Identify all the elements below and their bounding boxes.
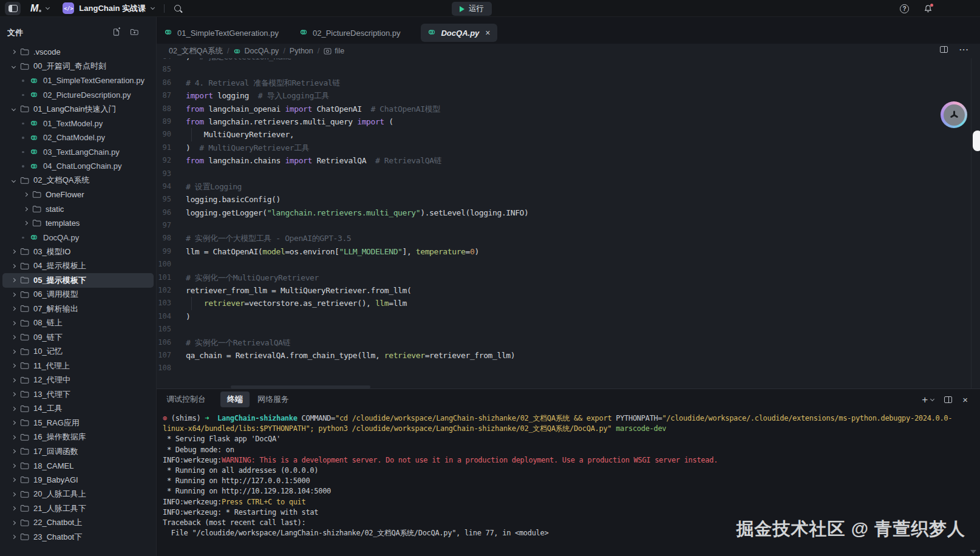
tree-folder-04_提示模板上[interactable]: 04_提示模板上 — [2, 259, 154, 274]
code-line-87[interactable]: 87import logging # 导入Logging工具 — [157, 89, 980, 102]
toggle-sidebar-button[interactable] — [5, 2, 21, 15]
help-icon[interactable]: ? — [900, 4, 909, 13]
tab-network[interactable]: 网络服务 — [257, 394, 289, 405]
tree-folder-03_模型IO[interactable]: 03_模型IO — [2, 245, 154, 259]
close-tab-icon[interactable]: × — [485, 28, 490, 38]
tree-folder-05_提示模板下[interactable]: 05_提示模板下 — [2, 273, 154, 288]
breadcrumb-language[interactable]: Python — [290, 47, 313, 55]
new-terminal-button[interactable]: + — [922, 395, 934, 405]
code-line-102[interactable]: 102retriever_from_llm = MultiQueryRetrie… — [157, 284, 980, 297]
code-line-106[interactable]: 106# 实例化一个RetrievalQA链 — [157, 336, 980, 349]
tree-folder-02_文档QA系统[interactable]: 02_文档QA系统 — [2, 174, 154, 188]
breadcrumb-folder[interactable]: 02_文档QA系统 — [169, 46, 223, 56]
tree-folder-10_记忆[interactable]: 10_记忆 — [2, 345, 154, 359]
line-number: 99 — [157, 245, 186, 258]
code-line-93[interactable]: 93 — [157, 168, 980, 180]
code-line-105[interactable]: 105 — [157, 323, 980, 336]
chevron-down-icon[interactable] — [46, 5, 50, 9]
tree-folder-07_解析输出[interactable]: 07_解析输出 — [2, 302, 154, 316]
code-line-85[interactable]: 85 — [157, 63, 980, 76]
tree-folder-15_RAG应用[interactable]: 15_RAG应用 — [2, 416, 154, 430]
more-actions-icon[interactable]: ··· — [959, 45, 969, 54]
editor-tab-02_PictureDescription.py[interactable]: 02_PictureDescription.py — [299, 24, 401, 42]
chevron-down-icon[interactable] — [151, 5, 155, 9]
chevron-right-icon — [11, 506, 15, 510]
code-line-99[interactable]: 99llm = ChatOpenAI(model=os.environ["LLM… — [157, 245, 980, 258]
tree-folder-14_工具[interactable]: 14_工具 — [2, 402, 154, 416]
search-icon[interactable] — [174, 5, 181, 12]
code-line-84[interactable]: 84) # 指定collection_name — [157, 58, 980, 63]
code-editor[interactable]: 84) # 指定collection_name8586# 4. Retrieva… — [157, 58, 980, 388]
code-line-90[interactable]: 90 MultiQueryRetriever, — [157, 128, 980, 141]
split-terminal-icon[interactable] — [944, 396, 952, 403]
tab-terminal[interactable]: 终端 — [220, 392, 250, 407]
code-line-96[interactable]: 96logging.getLogger("langchain.retriever… — [157, 206, 980, 219]
tree-folder-23_Chatbot下[interactable]: 23_Chatbot下 — [2, 530, 154, 544]
terminal-line-3: * Serving Flask app 'DocQA' — [163, 434, 974, 444]
code-line-86[interactable]: 86# 4. Retrieval 准备模型和Retrieval链 — [157, 76, 980, 89]
tab-debug-console[interactable]: 调试控制台 — [166, 394, 206, 405]
tree-folder-.vscode[interactable]: .vscode — [2, 45, 154, 59]
workspace-title[interactable]: LangChain 实战课 — [79, 3, 146, 14]
tree-file-03_TextLangChain.py[interactable]: 03_TextLangChain.py — [2, 145, 154, 160]
tree-file-02_ChatModel.py[interactable]: 02_ChatModel.py — [2, 131, 154, 145]
folder-icon — [20, 262, 29, 271]
code-text: from langchain.chains import RetrievalQA… — [186, 154, 441, 167]
tree-file-02_PictureDescription.py[interactable]: 02_PictureDescription.py — [2, 88, 154, 103]
notifications-bell-icon[interactable] — [924, 4, 933, 13]
ai-assistant-button[interactable] — [941, 101, 967, 128]
tree-folder-21_人脉工具下[interactable]: 21_人脉工具下 — [2, 501, 154, 516]
editor-tab-DocQA.py[interactable]: DocQA.py× — [421, 24, 497, 42]
tree-folder-18_CAMEL[interactable]: 18_CAMEL — [2, 459, 154, 473]
code-line-98[interactable]: 98# 实例化一个大模型工具 - OpenAI的GPT-3.5 — [157, 232, 980, 245]
code-line-89[interactable]: 89from langchain.retrievers.multi_query … — [157, 115, 980, 128]
editor-tab-01_SimpleTextGeneration.py[interactable]: 01_SimpleTextGeneration.py — [164, 24, 279, 42]
tree-file-DocQA.py[interactable]: DocQA.py — [2, 231, 154, 245]
scrollbar-thumb[interactable] — [973, 131, 980, 151]
code-line-104[interactable]: 104) — [157, 310, 980, 323]
breadcrumb-file[interactable]: DocQA.py — [233, 47, 279, 55]
code-line-108[interactable]: 108 — [157, 362, 980, 375]
tree-folder-static[interactable]: static — [2, 202, 154, 217]
new-file-icon[interactable] — [112, 27, 121, 39]
tree-folder-11_代理上[interactable]: 11_代理上 — [2, 359, 154, 373]
line-number: 100 — [157, 258, 186, 271]
tree-folder-16_操作数据库[interactable]: 16_操作数据库 — [2, 430, 154, 445]
plus-icon: + — [922, 395, 928, 405]
line-number: 98 — [157, 232, 186, 245]
code-line-91[interactable]: 91) # MultiQueryRetriever工具 — [157, 141, 980, 154]
split-editor-icon[interactable] — [940, 46, 948, 53]
tree-folder-00_开篇词_奇点时刻[interactable]: 00_开篇词_奇点时刻 — [2, 59, 154, 74]
tree-folder-OneFlower[interactable]: OneFlower — [2, 188, 154, 202]
tree-file-01_TextModel.py[interactable]: 01_TextModel.py — [2, 117, 154, 131]
code-line-88[interactable]: 88from langchain_openai import ChatOpenA… — [157, 103, 980, 115]
tree-item-label: 02_PictureDescription.py — [43, 90, 131, 100]
tree-folder-20_人脉工具上[interactable]: 20_人脉工具上 — [2, 487, 154, 502]
chevron-right-icon — [11, 407, 15, 411]
tree-folder-17_回调函数[interactable]: 17_回调函数 — [2, 444, 154, 459]
code-line-97[interactable]: 97 — [157, 219, 980, 232]
run-button[interactable]: 运行 — [452, 2, 492, 16]
play-icon — [460, 6, 464, 12]
code-line-100[interactable]: 100 — [157, 258, 980, 271]
tree-folder-22_Chatbot上[interactable]: 22_Chatbot上 — [2, 516, 154, 531]
code-line-94[interactable]: 94# 设置Logging — [157, 180, 980, 193]
tree-folder-templates[interactable]: templates — [2, 216, 154, 231]
new-folder-icon[interactable] — [130, 27, 139, 39]
tree-folder-12_代理中[interactable]: 12_代理中 — [2, 373, 154, 388]
tree-folder-13_代理下[interactable]: 13_代理下 — [2, 387, 154, 402]
tree-file-01_SimpleTextGeneration.py[interactable]: 01_SimpleTextGeneration.py — [2, 73, 154, 88]
code-line-107[interactable]: 107qa_chain = RetrievalQA.from_chain_typ… — [157, 349, 980, 362]
close-panel-icon[interactable]: × — [962, 395, 968, 405]
code-line-103[interactable]: 103 retriever=vectorstore.as_retriever()… — [157, 297, 980, 310]
tree-folder-01_LangChain快速入门[interactable]: 01_LangChain快速入门 — [2, 102, 154, 117]
tree-folder-19_BabyAGI[interactable]: 19_BabyAGI — [2, 473, 154, 487]
code-line-92[interactable]: 92from langchain.chains import Retrieval… — [157, 154, 980, 167]
tree-folder-09_链下[interactable]: 09_链下 — [2, 330, 154, 345]
breadcrumb-kind[interactable]: file — [324, 47, 344, 55]
tree-folder-08_链上[interactable]: 08_链上 — [2, 316, 154, 331]
code-line-101[interactable]: 101# 实例化一个MultiQueryRetriever — [157, 271, 980, 284]
code-line-95[interactable]: 95logging.basicConfig() — [157, 193, 980, 206]
tree-file-04_ChatLongChain.py[interactable]: 04_ChatLongChain.py — [2, 159, 154, 174]
tree-folder-06_调用模型[interactable]: 06_调用模型 — [2, 288, 154, 302]
